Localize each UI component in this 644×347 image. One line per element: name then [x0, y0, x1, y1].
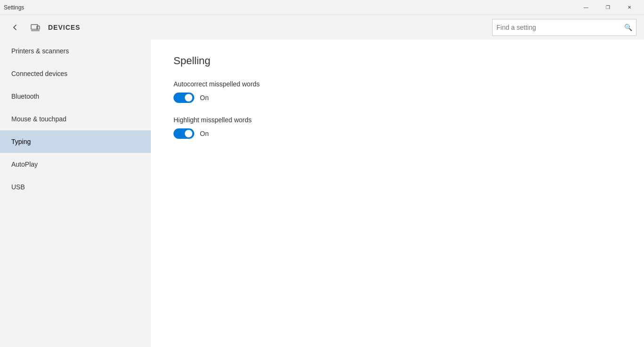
title-bar-controls: — ❐ ✕: [575, 0, 640, 15]
svg-rect-1: [37, 26, 40, 29]
autocorrect-label: Autocorrect misspelled words: [173, 80, 621, 88]
main-layout: Printers & scannersConnected devicesBlue…: [0, 40, 644, 347]
sidebar-item-mouse-touchpad[interactable]: Mouse & touchpad: [0, 108, 151, 130]
minimize-button[interactable]: —: [575, 0, 597, 15]
autocorrect-toggle-row: On: [173, 93, 621, 103]
title-bar-title: Settings: [4, 4, 24, 11]
content-area: Spelling Autocorrect misspelled words On…: [151, 40, 644, 347]
highlight-section: Highlight misspelled words On: [173, 116, 621, 139]
close-button[interactable]: ✕: [619, 0, 640, 15]
title-bar: Settings — ❐ ✕: [0, 0, 644, 15]
header-bar: DEVICES 🔍: [0, 15, 644, 40]
highlight-toggle-state: On: [200, 130, 209, 137]
sidebar-item-printers-scanners[interactable]: Printers & scanners: [0, 40, 151, 62]
devices-icon: [30, 22, 41, 33]
search-input[interactable]: [496, 24, 620, 31]
header-app-name: DEVICES: [48, 24, 80, 31]
sidebar-item-usb[interactable]: USB: [0, 176, 151, 198]
highlight-label: Highlight misspelled words: [173, 116, 621, 124]
sidebar-item-bluetooth[interactable]: Bluetooth: [0, 85, 151, 108]
page-title: Spelling: [173, 55, 621, 67]
autocorrect-toggle[interactable]: [173, 93, 194, 103]
highlight-toggle[interactable]: [173, 128, 194, 139]
sidebar-item-connected-devices[interactable]: Connected devices: [0, 62, 151, 85]
highlight-toggle-row: On: [173, 128, 621, 139]
autocorrect-section: Autocorrect misspelled words On: [173, 80, 621, 103]
search-icon: 🔍: [624, 24, 632, 31]
sidebar: Printers & scannersConnected devicesBlue…: [0, 40, 151, 347]
back-button[interactable]: [8, 20, 23, 35]
autocorrect-toggle-state: On: [200, 94, 209, 102]
sidebar-item-typing[interactable]: Typing: [0, 130, 151, 153]
title-bar-left: Settings: [4, 4, 24, 11]
search-box: 🔍: [492, 19, 636, 36]
back-icon: [12, 25, 18, 30]
maximize-button[interactable]: ❐: [597, 0, 619, 15]
sidebar-item-autoplay[interactable]: AutoPlay: [0, 153, 151, 176]
